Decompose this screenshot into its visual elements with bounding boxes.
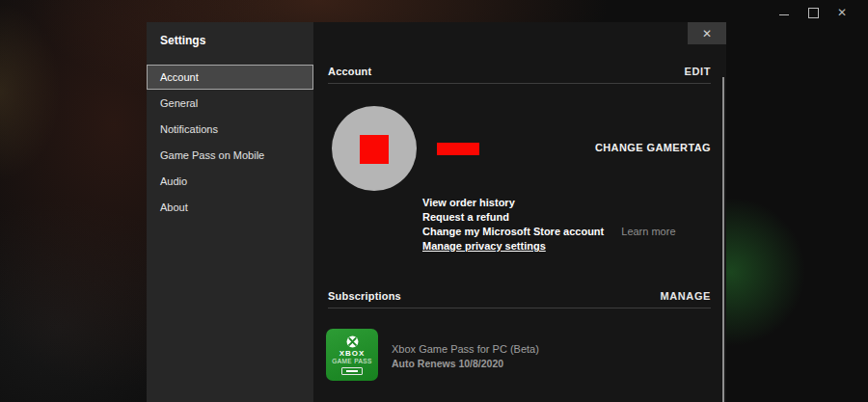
sidebar-item-notifications[interactable]: Notifications: [147, 117, 313, 143]
learn-more-link[interactable]: Learn more: [621, 226, 675, 237]
minimize-icon: [779, 14, 789, 15]
xbox-app-window: ✕ Settings Account General Notifications…: [0, 0, 868, 402]
change-store-account-link[interactable]: Change my Microsoft Store account: [422, 226, 604, 237]
account-divider: [328, 83, 711, 84]
close-icon: ✕: [837, 6, 847, 19]
window-controls: ✕: [770, 3, 856, 22]
window-close-button[interactable]: ✕: [827, 3, 856, 22]
tile-gamepass-label: GAME PASS: [332, 358, 371, 364]
manage-privacy-settings-link[interactable]: Manage privacy settings: [422, 239, 676, 254]
sidebar-item-account[interactable]: Account: [147, 65, 313, 90]
sidebar-item-general[interactable]: General: [147, 91, 313, 117]
account-links: View order history Request a refund Chan…: [422, 196, 676, 254]
account-section-title: Account: [328, 66, 371, 77]
sidebar-item-about[interactable]: About: [147, 195, 313, 221]
settings-sidebar: Settings Account General Notifications G…: [147, 22, 313, 402]
panel-close-button[interactable]: ✕: [688, 22, 726, 44]
subscription-item[interactable]: Xbox Game Pass for PC (Beta) Auto Renews…: [392, 342, 539, 370]
sidebar-item-audio[interactable]: Audio: [147, 169, 313, 195]
panel-scrollbar[interactable]: [722, 77, 724, 402]
settings-panel: ✕ Account EDIT CHANGE GAMERTAG View orde…: [313, 22, 726, 402]
settings-title: Settings: [160, 34, 205, 47]
window-maximize-button[interactable]: [799, 3, 827, 22]
subscription-renewal: Auto Renews 10/8/2020: [392, 357, 539, 370]
request-refund-link[interactable]: Request a refund: [422, 210, 676, 225]
edit-button[interactable]: EDIT: [685, 66, 711, 77]
manage-button[interactable]: MANAGE: [661, 290, 712, 302]
account-section-header: Account EDIT: [328, 64, 711, 78]
change-store-account-row: Change my Microsoft Store accountLearn m…: [422, 225, 676, 239]
subscriptions-divider: [328, 308, 711, 308]
close-icon: ✕: [702, 27, 712, 40]
game-pass-tile[interactable]: XBOX GAME PASS: [326, 329, 378, 381]
sidebar-item-game-pass-on-mobile[interactable]: Game Pass on Mobile: [147, 143, 313, 169]
subscription-name: Xbox Game Pass for PC (Beta): [392, 342, 539, 356]
change-gamertag-button[interactable]: CHANGE GAMERTAG: [328, 142, 711, 153]
subscriptions-section-title: Subscriptions: [328, 290, 401, 302]
subscriptions-section-header: Subscriptions MANAGE: [328, 288, 711, 303]
maximize-icon: [808, 8, 819, 18]
view-order-history-link[interactable]: View order history: [422, 196, 676, 210]
tile-badge: [341, 367, 363, 375]
window-minimize-button[interactable]: [770, 3, 799, 22]
tile-xbox-label: XBOX: [339, 349, 366, 358]
xbox-sphere-icon: [346, 335, 359, 348]
